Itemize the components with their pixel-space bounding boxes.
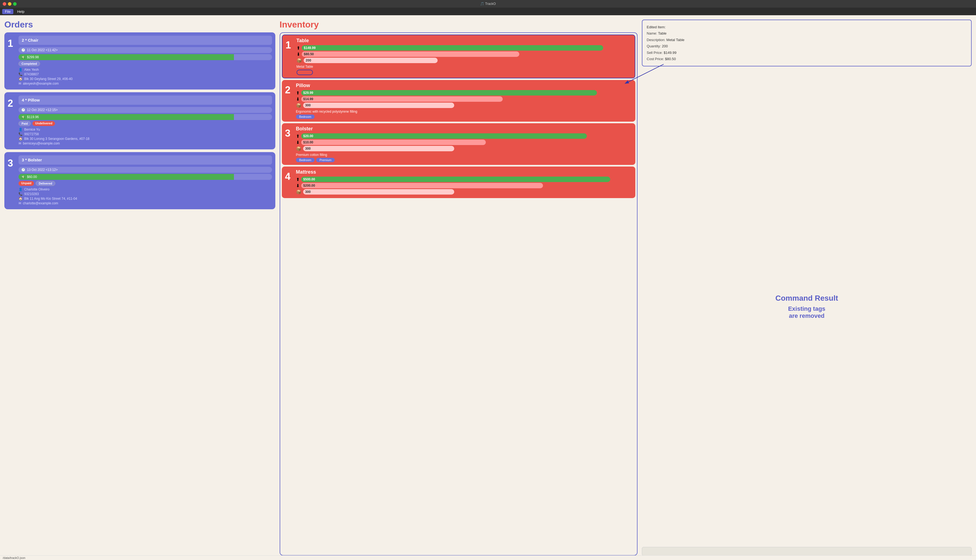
inv-content-1: Table ⬆ $149.99 ⬇ $80.50 📦	[297, 38, 632, 75]
cost-icon-3: ⬇	[296, 140, 299, 145]
phone-icon-3: 📞	[18, 192, 23, 196]
command-input[interactable]	[642, 547, 972, 556]
inv-sell-row-4: ⬆ $500.00	[296, 177, 632, 182]
order-number-2: 2	[8, 98, 16, 109]
inv-content-3: Bolster ⬆ $20.00 ⬇ $10.00 📦	[296, 126, 632, 162]
order-statuses-1: Completed	[18, 61, 272, 66]
badge-undelivered-2: Undelivered	[32, 121, 55, 126]
inv-sell-row-1: ⬆ $149.99	[297, 45, 632, 51]
arrow-svg	[609, 62, 663, 89]
inv-name-2: Pillow	[296, 83, 632, 88]
inv-name-1: Table	[297, 38, 632, 43]
order-phone-2: 📞 99272758	[18, 132, 272, 136]
email-icon-3: ✉	[18, 202, 21, 205]
inv-tag-bedroom-2: Bedroom	[296, 115, 315, 119]
cost-icon-4: ⬇	[296, 183, 299, 188]
order-email-3: ✉ charlotte@example.com	[18, 202, 272, 205]
inv-qty-bar-2: 300	[303, 103, 454, 108]
edited-item-box: Edited Item: Name: Table Description: Me…	[642, 20, 972, 67]
home-icon-2: 🏠	[18, 137, 23, 141]
edited-item-qty: Quantity: 200	[647, 43, 967, 49]
order-email-2: ✉ berniceyu@example.com	[18, 142, 272, 145]
inv-card-1[interactable]: 1 Table ⬆ $149.99 ⬇ $80.50	[282, 35, 635, 78]
inv-cost-bar-1: $80.50	[302, 52, 520, 57]
order-phone-1: 📞 87438807	[18, 72, 272, 76]
qty-icon-1: 📦	[297, 58, 302, 63]
inv-sell-bar-3: $20.00	[301, 133, 587, 139]
maximize-button[interactable]	[13, 2, 17, 6]
inv-cost-bar-4: $200.00	[301, 183, 543, 188]
order-header-2: 4 * Pillow	[18, 95, 272, 105]
order-header-3: 3 * Bolster	[18, 155, 272, 165]
window-title: 🎵 TrackO	[480, 2, 496, 6]
order-card-2[interactable]: 2 4 * Pillow 🕐 12 Oct 2022 <12:15> 💵 $11…	[4, 92, 275, 149]
inv-cost-row-2: ⬇ $14.99	[296, 96, 632, 102]
person-icon: 👤	[18, 68, 23, 72]
inv-number-3: 3	[285, 128, 293, 162]
home-icon: 🏠	[18, 77, 23, 81]
inv-tag-premium-3: Premium	[316, 158, 335, 162]
order-person-3: 👤 Charlotte Oliveiro	[18, 187, 272, 191]
email-icon-2: ✉	[18, 142, 21, 145]
order-date-3: 🕐 13 Oct 2022 <13:12>	[18, 167, 272, 173]
order-person-2: 👤 Bernice Yu	[18, 128, 272, 132]
inv-sell-bar-4: $500.00	[301, 177, 610, 182]
money-icon: 💵	[21, 55, 25, 59]
close-button[interactable]	[3, 2, 6, 6]
statusbar-text: /data/trackO.json	[3, 556, 25, 560]
inv-card-3[interactable]: 3 Bolster ⬆ $20.00 ⬇ $10.00	[282, 123, 635, 165]
inv-card-2[interactable]: 2 Pillow ⬆ $29.99 ⬇ $14.99	[282, 80, 635, 122]
order-meta-1: 👤 Alex Yeoh 📞 87438807 🏠 Blk 30 Geylang …	[18, 68, 272, 85]
edited-item-desc: Description: Metal Table	[647, 37, 967, 43]
order-card-3[interactable]: 3 3 * Bolster 🕐 13 Oct 2022 <13:12> 💵 $6…	[4, 152, 275, 209]
order-statuses-2: Paid Undelivered	[18, 121, 272, 126]
order-card-1[interactable]: 1 2 * Chair 🕐 11 Oct 2022 <11:42> 💵 $299…	[4, 32, 275, 90]
phone-icon: 📞	[18, 72, 23, 76]
inv-desc-3: Premium cotton filling	[296, 153, 632, 157]
menu-help[interactable]: Help	[15, 9, 27, 14]
order-address-1: 🏠 Blk 30 Geylang Street 29, #06-40	[18, 77, 272, 81]
inv-qty-row-1: 📦 200	[297, 58, 632, 63]
cost-icon-2: ⬇	[296, 97, 299, 102]
clock-icon-2: 🕐	[21, 108, 25, 112]
order-price-3: 💵 $60.00	[18, 174, 272, 180]
menu-file[interactable]: File	[2, 9, 13, 14]
inv-name-3: Bolster	[296, 126, 632, 132]
home-icon-3: 🏠	[18, 197, 23, 200]
badge-unpaid-3: Unpaid	[18, 181, 34, 186]
inv-name-4: Mattress	[296, 169, 632, 175]
cost-icon-1: ⬇	[297, 52, 300, 57]
money-icon-3: 💵	[21, 175, 25, 179]
inv-content-2: Pillow ⬆ $29.99 ⬇ $14.99 📦	[296, 83, 632, 119]
inv-card-4[interactable]: 4 Mattress ⬆ $500.00 ⬇ $200.00	[282, 167, 635, 198]
order-content-2: 4 * Pillow 🕐 12 Oct 2022 <12:15> 💵 $119.…	[18, 95, 272, 146]
inv-tag-bedroom-3: Bedroom	[296, 158, 315, 162]
inv-sell-bar-1: $149.99	[302, 45, 603, 51]
order-address-2: 🏠 Blk 30 Lorong 3 Serangoon Gardens, #07…	[18, 137, 272, 141]
qty-icon-3: 📦	[296, 146, 301, 151]
inv-qty-bar-4: 300	[303, 189, 454, 195]
order-price-2: 💵 $119.96	[18, 114, 272, 120]
inv-qty-row-3: 📦 300	[296, 146, 632, 151]
order-content-1: 2 * Chair 🕐 11 Oct 2022 <11:42> 💵 $299.9…	[18, 36, 272, 86]
edited-item-name: Name: Table	[647, 30, 967, 37]
inv-number-2: 2	[285, 84, 293, 119]
order-number-3: 3	[8, 158, 16, 169]
order-date-1: 🕐 11 Oct 2022 <11:42>	[18, 47, 272, 53]
clock-icon-3: 🕐	[21, 168, 25, 172]
badge-delivered-3: Delivered	[36, 181, 55, 186]
sell-icon-2: ⬆	[296, 90, 299, 95]
inv-tags-2: Bedroom	[296, 115, 632, 119]
email-icon: ✉	[18, 82, 21, 85]
sell-icon-1: ⬆	[297, 45, 300, 51]
inv-sell-bar-2: $29.99	[301, 90, 597, 95]
person-icon-2: 👤	[18, 128, 23, 132]
sell-icon-3: ⬆	[296, 133, 299, 139]
inv-qty-bar-1: 200	[304, 58, 438, 63]
inventory-panel: Inventory 1 Table ⬆ $149.99 ⬇	[280, 20, 637, 556]
inventory-title: Inventory	[280, 20, 637, 30]
minimize-button[interactable]	[8, 2, 12, 6]
inv-cost-row-4: ⬇ $200.00	[296, 183, 632, 188]
person-icon-3: 👤	[18, 187, 23, 191]
order-price-1: 💵 $299.98	[18, 54, 272, 60]
